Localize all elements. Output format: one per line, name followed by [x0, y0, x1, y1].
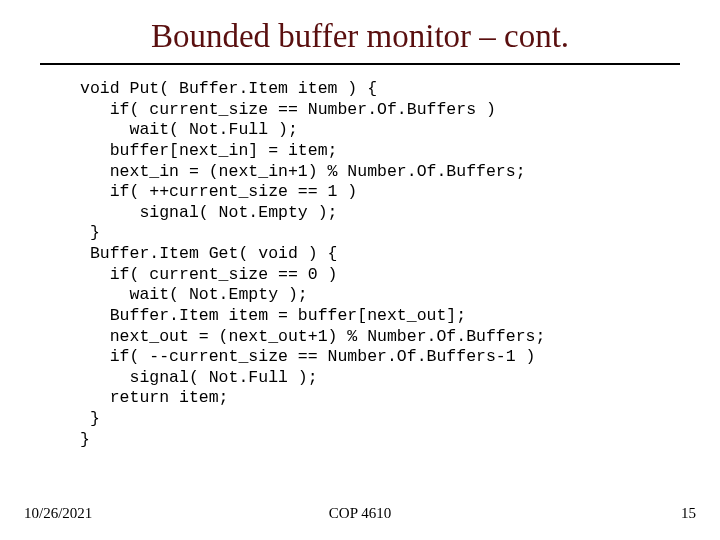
- footer-course: COP 4610: [0, 505, 720, 522]
- code-block: void Put( Buffer.Item item ) { if( curre…: [80, 79, 720, 450]
- title-divider: [40, 63, 680, 65]
- footer-page-number: 15: [681, 505, 696, 522]
- slide: Bounded buffer monitor – cont. void Put(…: [0, 0, 720, 540]
- slide-title: Bounded buffer monitor – cont.: [0, 0, 720, 55]
